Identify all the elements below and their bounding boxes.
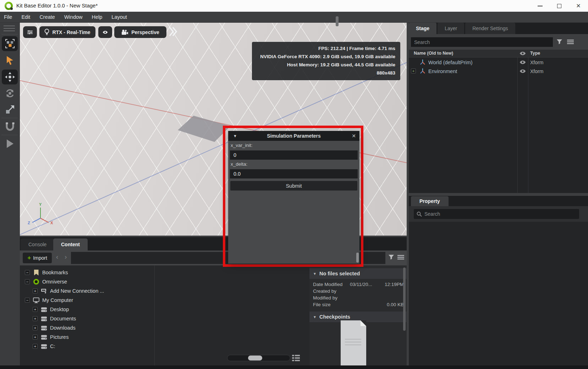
tree-item-downloads[interactable]: + Downloads	[20, 323, 154, 332]
nav-back-button[interactable]: ‹	[56, 253, 58, 261]
content-scrollbar[interactable]	[403, 268, 406, 331]
column-name[interactable]: Name (Old to New)	[414, 51, 453, 56]
visibility-eye-icon[interactable]	[520, 60, 526, 65]
x-var-init-input[interactable]	[230, 150, 358, 160]
collapse-toggle[interactable]: −	[25, 298, 30, 303]
stage-row-world[interactable]: World (defaultPrim) Xform	[409, 58, 588, 67]
viewport-settings-button[interactable]	[23, 26, 37, 38]
tab-console[interactable]: Console	[21, 238, 54, 250]
menu-create[interactable]: Create	[39, 14, 55, 20]
expand-toggle[interactable]: +	[33, 288, 38, 293]
menu-layout[interactable]: Layout	[111, 14, 127, 20]
dialog-scrollbar[interactable]	[356, 253, 359, 263]
stage-columns-header[interactable]: Name (Old to New) Type	[409, 50, 588, 57]
tree-item-my-computer[interactable]: − My Computer	[20, 296, 154, 305]
bookmark-icon	[33, 270, 39, 276]
stats-fps: FPS: 212.24 | Frame time: 4.71 ms	[257, 44, 395, 53]
close-button[interactable]: ✕	[569, 0, 588, 12]
expand-toggle[interactable]: +	[33, 325, 38, 330]
tree-item-documents[interactable]: + Documents	[20, 314, 154, 323]
tree-item-pictures[interactable]: + Pictures	[20, 332, 154, 342]
camera-button[interactable]: Perspective	[114, 26, 166, 38]
stats-host-memory: Host Memory: 19.2 GiB used, 44.5 GiB ava…	[257, 61, 395, 69]
stage-search-input[interactable]	[411, 37, 553, 47]
selection-mode-button[interactable]	[2, 36, 18, 51]
selection-info-header[interactable]: ▼ No files selected	[309, 268, 407, 279]
drive-icon	[41, 325, 47, 331]
x-delta-input[interactable]	[230, 169, 358, 178]
minimize-button[interactable]	[531, 0, 550, 12]
stage-filter-button[interactable]	[556, 39, 562, 45]
toolbar-grip-icon[interactable]	[4, 26, 15, 33]
expand-toggle[interactable]: +	[411, 68, 416, 73]
tab-stage[interactable]: Stage	[409, 23, 436, 34]
move-icon	[5, 72, 15, 82]
import-button[interactable]: + Import	[23, 253, 52, 263]
dialog-title-bar[interactable]: ▼ Simulation Parameters ✕	[228, 131, 359, 141]
import-label: Import	[33, 255, 47, 261]
dialog-title: Simulation Parameters	[228, 133, 359, 139]
file-info-pane: ▼ No files selected Date Modified 03/11/…	[309, 265, 407, 365]
property-search-input[interactable]	[414, 209, 579, 219]
stage-row-environment[interactable]: + Environment	[409, 67, 588, 76]
maximize-button[interactable]	[550, 0, 569, 12]
menu-window[interactable]: Window	[64, 14, 83, 20]
tab-property[interactable]: Property	[411, 196, 449, 206]
expand-toggle[interactable]: +	[33, 344, 38, 349]
axis-gizmo: Y X Z	[26, 200, 65, 232]
grid-view-icon	[292, 355, 300, 361]
column-type[interactable]: Type	[530, 51, 540, 56]
collapse-triangle-icon[interactable]: ▼	[233, 134, 237, 138]
dialog-close-button[interactable]: ✕	[352, 133, 356, 139]
select-tool-button[interactable]	[2, 53, 18, 68]
visibility-button[interactable]	[98, 26, 112, 38]
collapse-toggle[interactable]: −	[25, 270, 30, 275]
play-button[interactable]	[2, 136, 18, 151]
property-search-row	[409, 206, 588, 222]
plus-icon: +	[27, 254, 31, 261]
selection-mode-icon	[5, 38, 15, 49]
view-mode-button[interactable]	[292, 355, 300, 361]
computer-icon	[33, 297, 39, 303]
nav-forward-button[interactable]: ›	[65, 253, 67, 261]
renderer-mode-button[interactable]: RTX - Real-Time	[39, 26, 95, 38]
stage-search-row	[409, 34, 588, 50]
tab-content[interactable]: Content	[53, 238, 88, 250]
tab-layer[interactable]: Layer	[438, 23, 464, 34]
move-tool-button[interactable]	[2, 70, 18, 84]
list-options-icon	[567, 39, 574, 44]
snap-tool-button[interactable]	[2, 119, 18, 134]
tree-item-add-new-connection[interactable]: + Add New Connection ...	[20, 286, 154, 296]
search-icon	[417, 211, 422, 217]
slider-thumb[interactable]	[248, 356, 262, 360]
visibility-eye-icon[interactable]	[520, 69, 526, 73]
viewport-toolbar-expand-button[interactable]	[168, 26, 177, 38]
path-bar-grip[interactable]	[336, 16, 339, 26]
rotate-tool-button[interactable]	[2, 86, 18, 101]
menu-edit[interactable]: Edit	[21, 14, 30, 20]
tree-item-omniverse[interactable]: − Omniverse	[20, 277, 154, 286]
tree-item-bookmarks[interactable]: − Bookmarks	[20, 268, 154, 277]
menu-file[interactable]: File	[4, 14, 12, 20]
expand-toggle[interactable]: +	[33, 316, 38, 321]
submit-button[interactable]: Submit	[230, 181, 357, 191]
drive-icon	[41, 335, 47, 340]
file-grid-pane[interactable]	[155, 265, 309, 365]
scale-tool-button[interactable]	[2, 102, 18, 117]
render-stats-overlay: FPS: 212.24 | Frame time: 4.71 ms NVIDIA…	[252, 42, 400, 80]
thumbnail-size-slider[interactable]	[227, 355, 290, 361]
tree-item-c-drive[interactable]: + C:	[20, 342, 154, 351]
info-row-date-modified: Date Modified 03/11/20... 12:19PM	[313, 282, 404, 288]
tab-render-settings[interactable]: Render Settings	[465, 23, 515, 34]
collapse-toggle[interactable]: −	[25, 279, 30, 284]
gizmo-y-label: Y	[39, 202, 42, 206]
file-document-icon	[341, 320, 366, 365]
expand-toggle[interactable]: +	[33, 335, 38, 340]
expand-toggle[interactable]: +	[33, 307, 38, 312]
menu-help[interactable]: Help	[92, 14, 102, 20]
tree-item-desktop[interactable]: + Desktop	[20, 305, 154, 314]
content-filter-button[interactable]	[388, 254, 394, 260]
content-options-button[interactable]	[397, 255, 404, 260]
property-panel: Property	[409, 196, 588, 369]
stage-options-button[interactable]	[567, 39, 574, 44]
